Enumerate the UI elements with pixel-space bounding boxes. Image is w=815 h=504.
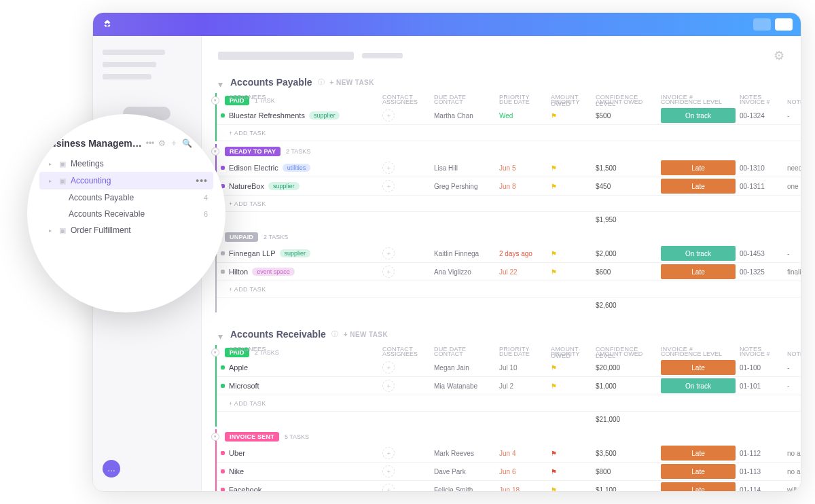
assignee-add-icon[interactable]: ＋: [382, 447, 395, 459]
priority-flag-icon[interactable]: ⚑: [551, 450, 592, 457]
contact-cell[interactable]: Lisa Hill: [434, 164, 495, 172]
notes-cell[interactable]: -: [787, 250, 801, 257]
amount-cell[interactable]: $2,000: [596, 250, 657, 257]
amount-cell[interactable]: $500: [596, 112, 657, 120]
due-date-cell[interactable]: Jul 10: [499, 364, 547, 372]
assignee-add-icon[interactable]: ＋: [382, 484, 395, 491]
header-button-2[interactable]: [775, 18, 793, 31]
notes-cell[interactable]: no anwer: [787, 450, 801, 457]
contact-cell[interactable]: Mark Reeves: [434, 450, 495, 457]
list-title[interactable]: Accounts Payable: [230, 77, 312, 88]
notes-cell[interactable]: -: [787, 382, 801, 390]
due-date-cell[interactable]: Wed: [499, 112, 547, 120]
gear-icon[interactable]: ⚙: [774, 48, 784, 63]
chat-icon[interactable]: …: [103, 460, 120, 478]
notes-cell[interactable]: needs adjustme: [787, 164, 801, 172]
due-date-cell[interactable]: Jun 18: [499, 486, 547, 492]
due-date-cell[interactable]: Jul 22: [499, 268, 547, 276]
confidence-cell[interactable]: Late: [661, 264, 736, 279]
tag-pill[interactable]: supplier: [309, 111, 340, 120]
space-header[interactable]: Business Managem… ••• ⚙ ＋ 🔍: [39, 137, 213, 156]
task-row[interactable]: Facebook＋Felicia SmithJun 18⚑$1,100Late0…: [217, 481, 801, 491]
invoice-cell[interactable]: 00-1325: [740, 268, 783, 276]
add-task-button[interactable]: + ADD TASK: [217, 395, 801, 412]
status-badge[interactable]: READY TO PAY: [225, 147, 280, 156]
new-task-button[interactable]: + NEW TASK: [344, 331, 388, 338]
invoice-cell[interactable]: 01-112: [740, 450, 783, 457]
task-name[interactable]: Hilton: [229, 268, 248, 276]
collapse-icon[interactable]: ▾: [211, 96, 219, 105]
amount-cell[interactable]: $20,000: [596, 364, 657, 372]
task-row[interactable]: Nike＋Dave ParkJun 6⚑$800Late01-113no ans…: [217, 463, 801, 481]
confidence-cell[interactable]: Late: [661, 360, 736, 375]
amount-cell[interactable]: $800: [596, 468, 657, 475]
amount-cell[interactable]: $1,500: [596, 164, 657, 172]
assignee-add-icon[interactable]: ＋: [382, 465, 395, 478]
invoice-cell[interactable]: 01-100: [740, 364, 783, 372]
due-date-cell[interactable]: Jun 4: [499, 450, 547, 457]
task-name[interactable]: Uber: [229, 449, 245, 457]
invoice-cell[interactable]: 01-113: [740, 468, 783, 475]
task-row[interactable]: Edison Electricutilities＋Lisa HillJun 5⚑…: [217, 159, 801, 177]
assignee-add-icon[interactable]: ＋: [382, 266, 395, 278]
assignee-add-icon[interactable]: ＋: [382, 180, 395, 192]
due-date-cell[interactable]: Jul 2: [499, 382, 547, 390]
task-name[interactable]: Nike: [229, 467, 244, 475]
sidebar-item-accounting[interactable]: ▸▣Accounting•••: [39, 172, 213, 190]
task-row[interactable]: NatureBoxsupplier＋Greg PershingJun 8⚑$45…: [217, 177, 801, 196]
task-name[interactable]: Apple: [229, 363, 248, 372]
contact-cell[interactable]: Greg Pershing: [434, 183, 495, 190]
contact-cell[interactable]: Mia Watanabe: [434, 382, 495, 390]
confidence-cell[interactable]: On track: [661, 246, 736, 261]
notes-cell[interactable]: -: [787, 112, 801, 120]
assignee-add-icon[interactable]: ＋: [382, 361, 395, 374]
info-icon[interactable]: ⓘ: [318, 77, 325, 87]
task-name[interactable]: Edison Electric: [229, 164, 278, 172]
priority-flag-icon[interactable]: ⚑: [551, 268, 592, 276]
chevron-down-icon[interactable]: ▾: [218, 331, 225, 338]
tag-pill[interactable]: utilities: [283, 164, 311, 172]
priority-flag-icon[interactable]: ⚑: [551, 250, 592, 257]
assignee-add-icon[interactable]: ＋: [382, 109, 395, 122]
task-row[interactable]: Microsoft＋Mia WatanabeJul 2⚑$1,000On tra…: [217, 377, 801, 395]
more-icon[interactable]: •••: [196, 175, 208, 186]
invoice-cell[interactable]: 00-1453: [740, 250, 783, 257]
confidence-cell[interactable]: Late: [661, 482, 736, 491]
task-row[interactable]: Hiltonevent space＋Ana ViglizzoJul 22⚑$60…: [217, 263, 801, 281]
task-name[interactable]: NatureBox: [229, 182, 264, 190]
sidebar-item-accounts-receivable[interactable]: Accounts Receivable6: [39, 206, 213, 222]
contact-cell[interactable]: Felicia Smith: [434, 486, 495, 492]
tag-pill[interactable]: event space: [252, 268, 295, 276]
priority-flag-icon[interactable]: ⚑: [551, 382, 592, 390]
amount-cell[interactable]: $450: [596, 183, 657, 190]
task-row[interactable]: Bluestar Refreshmentssupplier＋Martha Cha…: [217, 107, 801, 125]
tag-pill[interactable]: supplier: [268, 182, 300, 190]
due-date-cell[interactable]: 2 days ago: [499, 250, 547, 257]
add-task-button[interactable]: + ADD TASK: [217, 196, 801, 212]
task-name[interactable]: Facebook: [229, 486, 261, 491]
tag-pill[interactable]: supplier: [280, 249, 311, 257]
priority-flag-icon[interactable]: ⚑: [551, 112, 592, 120]
notes-cell[interactable]: no answer: [787, 468, 801, 475]
notes-cell[interactable]: one item is inco: [787, 183, 801, 190]
sidebar-item-meetings[interactable]: ▸▣Meetings: [39, 156, 213, 172]
task-name[interactable]: Microsoft: [229, 382, 259, 390]
priority-flag-icon[interactable]: ⚑: [551, 364, 592, 372]
gear-icon[interactable]: ⚙: [158, 139, 166, 148]
notes-cell[interactable]: will pay 2 week: [787, 486, 801, 492]
task-row[interactable]: Apple＋Megan JainJul 10⚑$20,000Late01-100…: [217, 359, 801, 377]
priority-flag-icon[interactable]: ⚑: [551, 486, 592, 492]
sidebar-item-accounts-payable[interactable]: Accounts Payable4: [39, 190, 213, 206]
status-badge[interactable]: INVOICE SENT: [225, 432, 279, 442]
collapse-icon[interactable]: ▾: [211, 147, 219, 156]
plus-icon[interactable]: ＋: [170, 137, 178, 149]
invoice-cell[interactable]: 00-1310: [740, 164, 783, 172]
status-badge[interactable]: UNPAID: [225, 232, 258, 242]
sidebar-item-order-fulfillment[interactable]: ▸▣Order Fulfillment: [39, 222, 213, 238]
due-date-cell[interactable]: Jun 6: [499, 468, 547, 475]
contact-cell[interactable]: Megan Jain: [434, 364, 495, 372]
notes-cell[interactable]: finalizing the pa: [787, 268, 801, 276]
priority-flag-icon[interactable]: ⚑: [551, 164, 592, 172]
search-icon[interactable]: 🔍: [182, 139, 192, 148]
confidence-cell[interactable]: Late: [661, 179, 736, 194]
